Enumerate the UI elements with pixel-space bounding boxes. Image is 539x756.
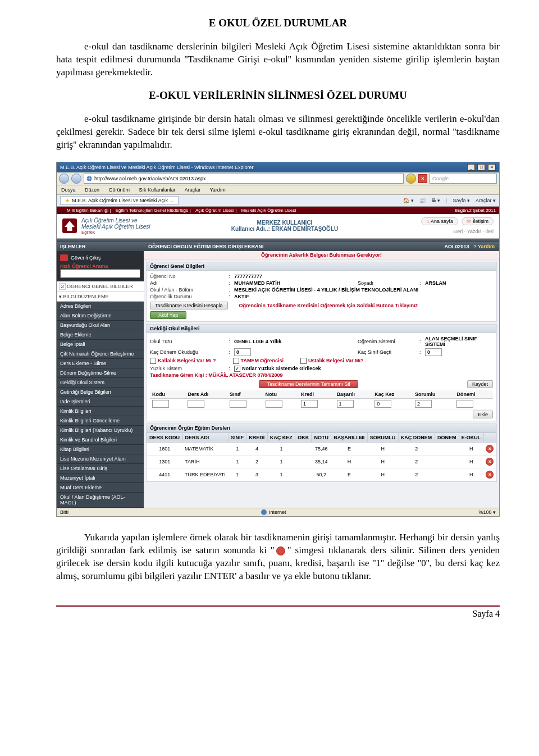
menu-file[interactable]: Dosya [61, 187, 76, 193]
sidebar-item[interactable]: Kimlik Bilgileri [57, 407, 144, 416]
sidebar-item[interactable]: Lise Mezunu Mezuniyet Alanı [57, 454, 144, 464]
sidebar-item[interactable]: Çift Numaralı Öğrenci Birleştirme [57, 349, 144, 359]
dt-th: BAŞARILI MI [331, 432, 368, 442]
search-box[interactable]: Google [430, 174, 497, 184]
refresh-button[interactable] [406, 174, 416, 184]
menu-help[interactable]: Yardım [210, 187, 226, 193]
mini-cell-input[interactable] [188, 400, 204, 408]
term-count-input[interactable]: 0 [234, 348, 251, 356]
zone-icon [261, 509, 267, 515]
feed-icon[interactable]: 📰 [419, 198, 426, 203]
calc-credit-button[interactable]: Tasdikname Kredisini Hesapla [150, 302, 228, 309]
sidebar-item[interactable]: Geldiği Okul Sistem [57, 378, 144, 388]
quick-search-input[interactable] [60, 269, 140, 278]
class-pass-input[interactable]: 0 [425, 348, 442, 356]
yuzluk-check[interactable]: ✓ [234, 366, 240, 372]
add-button[interactable]: Ekle [473, 411, 493, 418]
tools-menu[interactable]: Araçlar ▾ [476, 198, 496, 203]
menu-edit[interactable]: Düzen [85, 187, 99, 193]
sidebar-item[interactable]: Belge İptali [57, 340, 144, 349]
sidebar-item[interactable]: Kimlik Bilgileri (Yabancı Uyruklu) [57, 426, 144, 435]
content-header: ÖĞRENCİ ÖRGÜN EĞİTİM DERS GİRİŞİ EKRANI … [144, 242, 499, 251]
sidebar-item[interactable]: Belge Ekleme [57, 330, 144, 340]
dt-cell: E [331, 442, 368, 455]
mini-cell-input[interactable]: 0 [374, 400, 391, 408]
maximize-button[interactable]: □ [477, 164, 485, 171]
sidebar-item[interactable]: Alan Bölüm Değiştirme [57, 311, 144, 321]
address-bar[interactable]: http://www.aol.meb.gov.tr/aolweb/AOL0201… [84, 174, 404, 184]
dt-cell: H [459, 455, 483, 468]
sidebar-item[interactable]: Dönem Değiştirme-Silme [57, 368, 144, 378]
dt-th: SINIF [229, 432, 246, 442]
sidebar-item[interactable]: İade İşlemleri [57, 397, 144, 407]
ustalik-check[interactable]: Ustalık Belgesi Var Mı? [300, 358, 364, 364]
page-menu[interactable]: Sayfa ▾ [453, 198, 470, 203]
sidebar-item[interactable]: Getirdiği Belge Bilgileri [57, 388, 144, 397]
mini-cell-input[interactable]: 2 [415, 400, 432, 408]
dt-cell: 50,2 [312, 468, 331, 481]
sidebar: İŞLEMLER Güvenli Çıkış Hızlı Öğrenci Ara… [57, 242, 144, 508]
home-link[interactable]: ⌂ Ana sayfa [421, 217, 458, 225]
safe-exit[interactable]: Güvenli Çıkış [60, 254, 140, 261]
dt-cell: 1 [267, 468, 295, 481]
paragraph-1: e-okul dan tasdikname derslerinin bilgil… [56, 40, 500, 79]
home-icon[interactable]: 🏠 ▾ [403, 198, 414, 203]
dt-th: KAÇ DÖNEM [398, 432, 435, 442]
dt-th: DÖNEM [435, 432, 459, 442]
brand-logo-icon [62, 218, 77, 233]
sidebar-item[interactable]: Adres Bilgileri [57, 302, 144, 311]
side-group-1[interactable]: 3ÖĞRENCİ GENEL BİLGİLER [57, 281, 144, 292]
mini-cell-input[interactable]: 1 [301, 400, 318, 408]
activate-button[interactable]: Aktif Yap [150, 311, 186, 319]
sidebar-item[interactable]: Muaf Ders Ekleme [57, 483, 144, 493]
dt-cell: 2 [398, 442, 435, 455]
print-icon[interactable]: 🖶 ▾ [431, 198, 441, 203]
row-delete-icon[interactable]: × [486, 471, 494, 479]
tamem-check[interactable]: TAMEM Öğrencisi [233, 358, 284, 364]
kalfalik-check[interactable]: Kalfalık Belgesi Var Mı ? [150, 358, 216, 364]
brand-line1: Açık Öğretim Lisesi ve [81, 217, 150, 224]
dt-cell: 1 [229, 442, 246, 455]
mini-cell-input[interactable] [266, 400, 282, 408]
help-link[interactable]: ? Yardım [473, 244, 495, 249]
contact-link[interactable]: ✉ İletişim [462, 217, 494, 225]
content-area: ÖĞRENCİ ÖRGÜN EĞİTİM DERS GİRİŞİ EKRANI … [144, 242, 499, 508]
doc-title-2: E-OKUL VERİLERİNİN SİLİNMESİ ÖZEL DURUMU [56, 89, 500, 102]
minimize-button[interactable]: _ [467, 164, 475, 171]
sidebar-item[interactable]: Kimlik Bilgileri Güncelleme [57, 416, 144, 426]
dt-cell: 1 [229, 455, 246, 468]
mini-cell-input[interactable] [230, 400, 246, 408]
stop-button[interactable]: × [418, 174, 427, 183]
forward-button[interactable] [71, 174, 81, 184]
row-delete-icon[interactable]: × [486, 458, 494, 466]
sidebar-item[interactable]: Kitap Bilgileri [57, 445, 144, 454]
mini-cell-input[interactable]: 1 [337, 400, 354, 408]
sidebar-item[interactable]: Ders Ekleme - Silme [57, 359, 144, 368]
mini-cell-input[interactable] [456, 400, 473, 408]
window-titlebar: M.E.B. Açık Öğretim Lisesi ve Mesleki Aç… [57, 162, 499, 172]
sidebar-item[interactable]: Mezuniyet İptali [57, 473, 144, 483]
ie-tabstrip: ★ M.E.B. Açık Öğretim Lisesi ve Mesleki … [57, 195, 499, 207]
sidebar-item[interactable]: Lise Ortalaması Giriş [57, 464, 144, 473]
dt-th: DERS KODU [147, 432, 183, 442]
side-group-2[interactable]: ▾ BİLGİ DÜZENLEME [57, 292, 144, 302]
menu-tools[interactable]: Araçlar [185, 187, 201, 193]
sidebar-item[interactable]: Kimlik ve Bandrol Bilgileri [57, 435, 144, 445]
sidebar-item[interactable]: Başvurduğu Okul Alan [57, 321, 144, 330]
panel-student: Öğrenci Genel Bilgileri Öğrenci No:77777… [146, 262, 497, 322]
menu-view[interactable]: Görünüm [109, 187, 130, 193]
dt-th: KREDİ [246, 432, 267, 442]
mini-cell-input[interactable] [152, 400, 169, 408]
sidebar-item[interactable]: Okul / Alan Değiştirme (AOL-MAOL) [57, 493, 144, 508]
row-delete-icon[interactable]: × [486, 445, 494, 453]
close-button[interactable]: × [488, 164, 496, 171]
browser-tab[interactable]: ★ M.E.B. Açık Öğretim Lisesi ve Mesleki … [60, 196, 179, 205]
menu-favorites[interactable]: Sık Kullanılanlar [139, 187, 176, 193]
save-button[interactable]: Kaydet [467, 380, 493, 388]
mini-th: Kodu [150, 390, 185, 399]
delete-all-button[interactable]: Tasdikname Derslerinin Tamamını Sil [259, 380, 359, 388]
dt-cell [295, 468, 312, 481]
status-zoom[interactable]: %100 ▾ [478, 509, 496, 515]
ie-window: M.E.B. Açık Öğretim Lisesi ve Mesleki Aç… [56, 162, 500, 517]
back-button[interactable] [59, 174, 69, 184]
